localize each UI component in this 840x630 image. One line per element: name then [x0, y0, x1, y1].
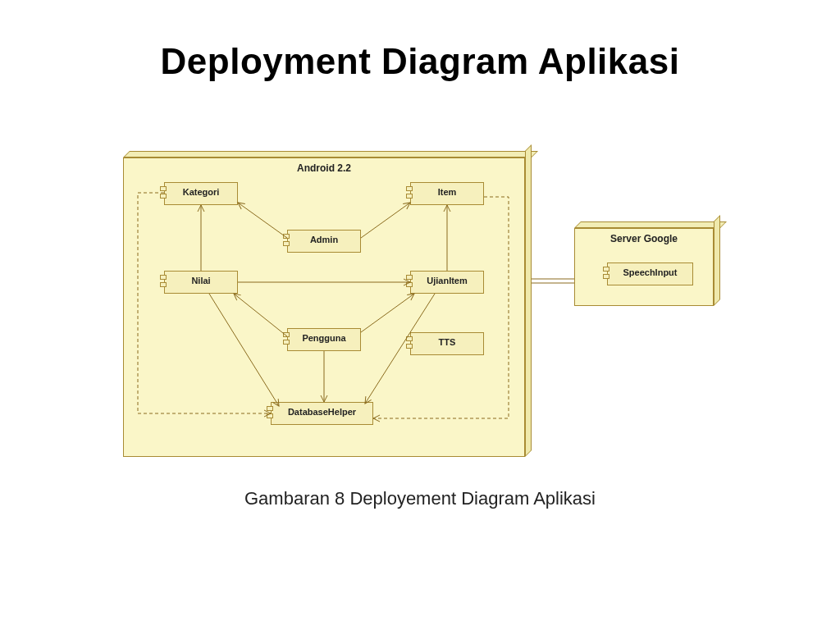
component-pengguna: Pengguna [287, 328, 361, 351]
figure-caption: Gambaran 8 Deployement Diagram Aplikasi [0, 488, 840, 509]
component-kategori: Kategori [164, 182, 238, 205]
component-nilai-label: Nilai [191, 276, 210, 285]
component-dbhelper-label: DatabaseHelper [288, 407, 356, 417]
component-tts: TTS [410, 332, 484, 355]
component-speechinput: SpeechInput [607, 262, 693, 285]
component-admin: Admin [287, 230, 361, 253]
component-nilai: Nilai [164, 271, 238, 294]
node-android-label: Android 2.2 [123, 162, 525, 174]
page: Deployment Diagram Aplikasi Android 2.2 … [0, 0, 840, 630]
component-kategori-label: Kategori [183, 187, 220, 197]
node-server-label: Server Google [574, 233, 714, 244]
page-title: Deployment Diagram Aplikasi [0, 41, 840, 82]
component-ujianitem: UjianItem [410, 271, 484, 294]
component-item-label: Item [438, 187, 457, 197]
component-dbhelper: DatabaseHelper [271, 402, 373, 425]
component-pengguna-label: Pengguna [302, 333, 345, 343]
component-ujianitem-label: UjianItem [427, 276, 468, 285]
component-speechinput-label: SpeechInput [623, 267, 677, 277]
component-tts-label: TTS [439, 337, 456, 347]
component-item: Item [410, 182, 484, 205]
component-admin-label: Admin [310, 235, 338, 244]
